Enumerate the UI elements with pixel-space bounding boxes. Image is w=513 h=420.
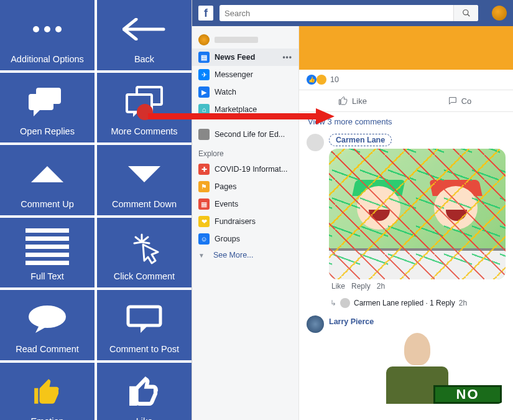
wow-reaction-icon [317,75,326,85]
watch-icon: ▶ [198,86,210,98]
profile-name-placeholder [215,37,258,43]
facebook-sidebar: ▤ News Feed ••• ✈ Messenger ▶ Watch ⌂ Ma… [192,26,299,420]
commenter-avatar[interactable] [307,134,324,151]
speech-bubble-icon [25,304,69,334]
covid-icon: ✚ [198,164,210,175]
click-cursor-icon [124,230,164,264]
reply-summary[interactable]: ↳ Carmen Lane replied · 1 Reply 2h [299,297,513,313]
grid-more-comments[interactable]: More Comments [97,73,192,143]
profile-avatar[interactable] [492,6,507,21]
post-action-bar: Like Co [299,90,513,112]
sidebar-item-fundraisers[interactable]: ❤ Fundraisers [192,213,298,230]
commenter-name[interactable]: Carmen Lane [329,134,392,146]
sidebar-item-groups[interactable]: ☺ Groups [192,230,298,248]
thumb-outline-icon [127,376,162,408]
assistive-grid: Additional Options Back Open Replies Mor… [0,0,192,420]
sidebar-label: Second Life for Ed... [215,130,285,139]
reply-text: Carmen Lane replied · 1 Reply [354,299,455,307]
grid-comment-to-post[interactable]: Comment to Post [97,290,192,360]
view-more-comments-link[interactable]: View 3 more comments [299,112,513,131]
browser-panel: f ▤ News Feed ••• ✈ Messenger [192,0,513,420]
marketplace-icon: ⌂ [198,104,210,115]
sidebar-label: Messenger [215,70,253,79]
comment-image[interactable] [329,149,506,279]
grid-label: Full Text [30,271,64,281]
sidebar-item-covid[interactable]: ✚ COVID-19 Informat... [192,161,298,178]
svg-rect-5 [128,307,160,325]
comment-button[interactable]: Co [406,90,513,111]
facebook-topbar: f [192,0,513,26]
grid-like[interactable]: Like [97,363,192,421]
messenger-icon: ✈ [198,69,210,80]
thumb-filled-icon [30,376,65,408]
grid-label: Additional Options [11,54,84,64]
dots-icon [33,26,62,32]
groups-icon: ☺ [198,233,210,245]
triangle-down-icon [128,166,160,182]
grid-label: Read Comment [16,344,79,354]
sidebar-item-shortcut[interactable]: Second Life for Ed... [192,126,298,143]
search-input[interactable] [220,9,453,18]
sidebar-item-watch[interactable]: ▶ Watch [192,83,298,101]
sidebar-item-pages[interactable]: ⚑ Pages [192,178,298,195]
facebook-body: ▤ News Feed ••• ✈ Messenger ▶ Watch ⌂ Ma… [192,26,513,420]
pages-icon: ⚑ [198,181,210,192]
grid-click-comment[interactable]: Click Comment [97,218,192,288]
comment-image[interactable]: NO [329,329,506,404]
comment-reply-link[interactable]: Reply [351,282,371,291]
chevron-down-icon: ▼ [198,252,205,259]
sidebar-item-marketplace[interactable]: ⌂ Marketplace [192,101,298,118]
post-cover-image [299,26,513,70]
comment-icon [448,96,458,106]
grid-back[interactable]: Back [97,0,192,70]
comment-actions: Like Reply 2h [329,279,506,294]
comment-label: Co [461,96,472,106]
commenter-name[interactable]: Larry Pierce [329,317,374,326]
sidebar-see-more[interactable]: ▼ See More... [192,248,298,263]
sidebar-label: Groups [215,235,240,243]
sidebar-label: Marketplace [215,105,257,114]
like-label: Like [352,96,367,106]
highlight-dot-icon [137,104,153,120]
grid-label: Comment to Post [109,344,179,354]
search-wrapper [220,5,478,21]
comment-like-link[interactable]: Like [331,282,345,291]
sidebar-label: News Feed [215,53,255,62]
comment-item: Carmen Lane Like Reply 2h [299,131,513,297]
sidebar-label: Fundraisers [215,217,256,226]
sidebar-item-news-feed[interactable]: ▤ News Feed ••• [192,49,298,66]
like-reaction-icon: 👍 [307,75,317,85]
grid-full-text[interactable]: Full Text [0,218,95,288]
avatar-icon [198,34,210,45]
sidebar-label: Watch [215,88,236,96]
sidebar-explore-header: Explore [192,143,298,161]
reply-time: 2h [459,299,467,307]
grid-comment-down[interactable]: Comment Down [97,145,192,215]
grid-label: More Comments [111,126,177,136]
grid-emotion[interactable]: Emotion [0,363,95,421]
svg-rect-1 [29,94,53,110]
grid-label: Comment Up [21,199,73,209]
news-feed-icon: ▤ [198,52,210,63]
comment-item: Larry Pierce NO [299,313,513,406]
facebook-logo-icon[interactable]: f [198,6,213,21]
sidebar-profile[interactable] [192,31,298,49]
sidebar-label: COVID-19 Informat... [215,165,287,174]
grid-comment-up[interactable]: Comment Up [0,145,95,215]
svg-point-6 [463,10,468,15]
search-button[interactable] [453,5,478,21]
grid-open-replies[interactable]: Open Replies [0,73,95,143]
sidebar-item-messenger[interactable]: ✈ Messenger [192,66,298,83]
grid-read-comment[interactable]: Read Comment [0,290,95,360]
reaction-row[interactable]: 👍 10 [299,70,513,87]
grid-additional-options[interactable]: Additional Options [0,0,95,70]
grid-label: Like [136,416,153,420]
reply-avatar [340,298,350,308]
like-button[interactable]: Like [299,90,406,111]
commenter-avatar[interactable] [307,315,324,333]
search-icon [462,9,471,17]
replies-icon [25,86,70,118]
comment-time: 2h [377,282,385,291]
sidebar-item-events[interactable]: ▦ Events [192,195,298,213]
sidebar-item-options[interactable]: ••• [282,53,292,62]
